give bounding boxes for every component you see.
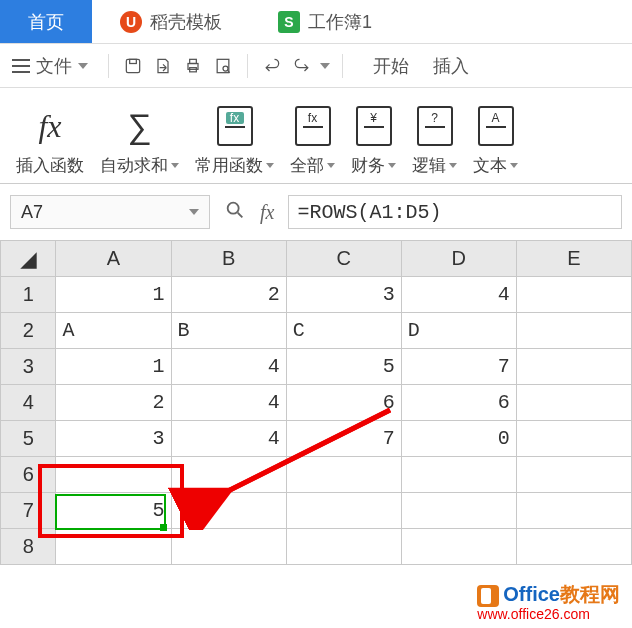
svg-rect-1	[130, 59, 137, 63]
tab-home[interactable]: 首页	[0, 0, 92, 43]
text-functions-button[interactable]: A 文本	[467, 104, 524, 177]
row-header-3[interactable]: 3	[1, 349, 56, 385]
tab-docer[interactable]: U 稻壳模板	[92, 0, 250, 43]
logic-functions-label: 逻辑	[412, 154, 446, 177]
cell-E7[interactable]	[516, 493, 631, 529]
cell-C3[interactable]: 5	[286, 349, 401, 385]
cell-A1[interactable]: 1	[56, 277, 171, 313]
col-header-E[interactable]: E	[516, 241, 631, 277]
save-icon[interactable]	[121, 54, 145, 78]
undo-icon[interactable]	[260, 54, 284, 78]
cell-A8[interactable]	[56, 529, 171, 565]
row-header-4[interactable]: 4	[1, 385, 56, 421]
cell-D4[interactable]: 6	[401, 385, 516, 421]
grid-table[interactable]: ◢ A B C D E 1 1 2 3 4 2 A B C D 3 1 4 5 …	[0, 240, 632, 565]
row-header-5[interactable]: 5	[1, 421, 56, 457]
svg-rect-3	[190, 59, 197, 63]
cell-A6[interactable]	[56, 457, 171, 493]
cell-B3[interactable]: 4	[171, 349, 286, 385]
fx-button[interactable]: fx	[260, 201, 274, 224]
insert-function-button[interactable]: fx 插入函数	[10, 104, 90, 177]
cell-C2[interactable]: C	[286, 313, 401, 349]
cell-E4[interactable]	[516, 385, 631, 421]
ribbon-tab-start[interactable]: 开始	[373, 54, 409, 78]
chevron-down-icon	[388, 163, 396, 168]
cell-A2[interactable]: A	[56, 313, 171, 349]
cell-D2[interactable]: D	[401, 313, 516, 349]
cell-B2[interactable]: B	[171, 313, 286, 349]
all-functions-label: 全部	[290, 154, 324, 177]
redo-icon[interactable]	[290, 54, 314, 78]
cell-E8[interactable]	[516, 529, 631, 565]
chevron-down-icon[interactable]	[320, 63, 330, 69]
cell-C1[interactable]: 3	[286, 277, 401, 313]
row-header-2[interactable]: 2	[1, 313, 56, 349]
cell-D5[interactable]: 0	[401, 421, 516, 457]
file-menu[interactable]: 文件	[12, 54, 88, 78]
book-text-icon: A	[478, 106, 514, 146]
cell-B8[interactable]	[171, 529, 286, 565]
cell-A3[interactable]: 1	[56, 349, 171, 385]
cell-B1[interactable]: 2	[171, 277, 286, 313]
name-box[interactable]: A7	[10, 195, 210, 229]
chevron-down-icon	[327, 163, 335, 168]
separator	[247, 54, 248, 78]
formula-input[interactable]: =ROWS(A1:D5)	[288, 195, 622, 229]
row-header-1[interactable]: 1	[1, 277, 56, 313]
book-logic-icon: ?	[417, 106, 453, 146]
cell-E3[interactable]	[516, 349, 631, 385]
ribbon-tab-insert[interactable]: 插入	[433, 54, 469, 78]
finance-functions-label: 财务	[351, 154, 385, 177]
zoom-icon[interactable]	[224, 199, 246, 225]
cell-B4[interactable]: 4	[171, 385, 286, 421]
cell-B6[interactable]	[171, 457, 286, 493]
preview-icon[interactable]	[211, 54, 235, 78]
cell-B7[interactable]	[171, 493, 286, 529]
svg-point-7	[228, 203, 239, 214]
logic-functions-button[interactable]: ? 逻辑	[406, 104, 463, 177]
cell-C6[interactable]	[286, 457, 401, 493]
tab-workbook[interactable]: S 工作簿1	[250, 0, 400, 43]
col-header-A[interactable]: A	[56, 241, 171, 277]
insert-function-label: 插入函数	[16, 154, 84, 177]
cell-E2[interactable]	[516, 313, 631, 349]
cell-E5[interactable]	[516, 421, 631, 457]
autosum-label: 自动求和	[100, 154, 168, 177]
select-all-corner[interactable]: ◢	[1, 241, 56, 277]
cell-C7[interactable]	[286, 493, 401, 529]
autosum-button[interactable]: ∑ 自动求和	[94, 104, 185, 177]
book-all-icon: fx	[295, 106, 331, 146]
cell-E6[interactable]	[516, 457, 631, 493]
cell-D1[interactable]: 4	[401, 277, 516, 313]
col-header-D[interactable]: D	[401, 241, 516, 277]
cell-E1[interactable]	[516, 277, 631, 313]
cell-A4[interactable]: 2	[56, 385, 171, 421]
cell-C4[interactable]: 6	[286, 385, 401, 421]
common-functions-label: 常用函数	[195, 154, 263, 177]
watermark: Office教程网 www.office26.com	[477, 583, 620, 622]
cell-D6[interactable]	[401, 457, 516, 493]
finance-functions-button[interactable]: ¥ 财务	[345, 104, 402, 177]
row-header-8[interactable]: 8	[1, 529, 56, 565]
row-header-6[interactable]: 6	[1, 457, 56, 493]
cell-A5[interactable]: 3	[56, 421, 171, 457]
cell-C5[interactable]: 7	[286, 421, 401, 457]
cell-D7[interactable]	[401, 493, 516, 529]
print-icon[interactable]	[181, 54, 205, 78]
all-functions-button[interactable]: fx 全部	[284, 104, 341, 177]
book-fx-icon: fx	[217, 106, 253, 146]
formula-bar-row: A7 fx =ROWS(A1:D5)	[0, 184, 632, 240]
tab-docer-label: 稻壳模板	[150, 10, 222, 34]
svg-rect-0	[126, 59, 139, 72]
common-functions-button[interactable]: fx 常用函数	[189, 104, 280, 177]
col-header-B[interactable]: B	[171, 241, 286, 277]
cell-D3[interactable]: 7	[401, 349, 516, 385]
col-header-C[interactable]: C	[286, 241, 401, 277]
cell-D8[interactable]	[401, 529, 516, 565]
chevron-down-icon	[266, 163, 274, 168]
row-header-7[interactable]: 7	[1, 493, 56, 529]
cell-C8[interactable]	[286, 529, 401, 565]
cell-A7[interactable]: 5	[56, 493, 171, 529]
cell-B5[interactable]: 4	[171, 421, 286, 457]
export-icon[interactable]	[151, 54, 175, 78]
